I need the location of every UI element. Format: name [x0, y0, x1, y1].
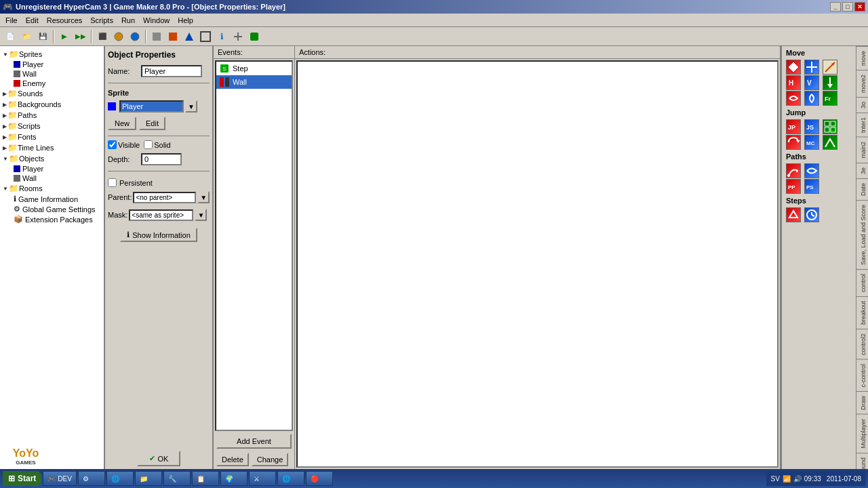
tree-scripts-folder[interactable]: ▶ 📁 Scripts [0, 121, 104, 131]
action-reverse-v[interactable] [804, 91, 819, 106]
action-jump-pos[interactable]: JP [786, 119, 801, 134]
tab-breakout[interactable]: breakout [856, 296, 868, 329]
tb-save[interactable]: 💾 [35, 29, 50, 44]
menu-edit[interactable]: Edit [22, 15, 43, 26]
action-move-contact[interactable]: MC [804, 135, 819, 150]
new-button[interactable]: New [108, 117, 136, 130]
tb-btn8[interactable] [231, 29, 245, 44]
action-friction[interactable]: Fr [823, 91, 837, 106]
close-button[interactable]: ✕ [854, 2, 865, 12]
tree-sprite-player[interactable]: Player [0, 60, 104, 69]
action-move-free[interactable] [804, 60, 819, 75]
edit-button[interactable]: Edit [139, 117, 165, 130]
taskbar-app8[interactable]: 🌐 [277, 471, 304, 486]
taskbar-app3[interactable]: 📁 [135, 471, 162, 486]
tab-draw[interactable]: Draw [856, 391, 868, 414]
action-step-simple[interactable] [786, 207, 801, 222]
ok-button[interactable]: ✔ OK [137, 451, 181, 466]
show-info-button[interactable]: ℹ Show Information [120, 228, 197, 242]
action-gravity[interactable] [823, 75, 837, 90]
tb-btn5[interactable] [182, 29, 197, 44]
tb-open[interactable]: 📁 [19, 29, 34, 44]
sprite-select[interactable]: Player [119, 100, 184, 113]
add-event-button[interactable]: Add Event [216, 434, 292, 449]
tab-control[interactable]: control [856, 269, 868, 296]
solid-check-label[interactable]: Solid [144, 140, 170, 149]
tree-rooms-folder[interactable]: ▼ 📁 Rooms [0, 183, 104, 194]
action-jump-start[interactable]: JS [804, 119, 819, 134]
tb-play2[interactable]: ▶▶ [73, 29, 88, 44]
tree-game-info[interactable]: ℹ Game Information [0, 194, 104, 204]
action-snap-grid[interactable] [823, 119, 837, 134]
tree-fonts-folder[interactable]: ▶ 📁 Fonts [0, 131, 104, 142]
tree-backgrounds-folder[interactable]: ▶ 📁 Backgrounds [0, 99, 104, 110]
solid-checkbox[interactable] [144, 140, 153, 149]
tab-save-load[interactable]: Save, Load and Score [856, 200, 868, 269]
action-path-pos[interactable]: PP [786, 179, 801, 194]
tree-sprite-enemy[interactable]: Enemy [0, 79, 104, 88]
minimize-button[interactable]: _ [830, 2, 841, 12]
menu-file[interactable]: File [1, 15, 22, 26]
persistent-checkbox[interactable] [108, 178, 117, 187]
visible-checkbox[interactable] [108, 140, 117, 149]
tree-paths-folder[interactable]: ▶ 📁 Paths [0, 110, 104, 121]
menu-resources[interactable]: Resources [43, 15, 87, 26]
tb-play[interactable]: ▶ [57, 29, 72, 44]
tb-btn9[interactable] [247, 29, 262, 44]
tab-move[interactable]: move [856, 46, 868, 70]
name-input[interactable] [141, 65, 202, 77]
sprite-browse-btn[interactable]: ▼ [185, 100, 197, 113]
tab-ccontrol[interactable]: c-control [856, 359, 868, 392]
action-set-path[interactable] [786, 163, 801, 178]
delete-event-button[interactable]: Delete [216, 453, 249, 466]
menu-run[interactable]: Run [117, 15, 139, 26]
tb-btn7[interactable]: ℹ [214, 29, 229, 44]
taskbar-app9[interactable]: 🔴 [306, 471, 333, 486]
maximize-button[interactable]: □ [842, 2, 853, 12]
tb-btn2[interactable] [127, 29, 142, 44]
tree-sounds-folder[interactable]: ▶ 📁 Sounds [0, 88, 104, 99]
menu-scripts[interactable]: Scripts [86, 15, 117, 26]
action-end-path[interactable] [804, 163, 819, 178]
visible-check-label[interactable]: Visible [108, 140, 140, 149]
mask-select[interactable]: <same as sprite> [129, 209, 193, 221]
action-move-fixed[interactable] [786, 60, 801, 75]
parent-browse-btn[interactable]: ▼ [197, 191, 210, 203]
action-reverse-h[interactable] [786, 91, 801, 106]
tab-move2[interactable]: move2 [856, 70, 868, 97]
tab-date[interactable]: Date [856, 178, 868, 200]
tb-btn1[interactable] [111, 29, 126, 44]
tree-timelines-folder[interactable]: ▶ 📁 Time Lines [0, 142, 104, 153]
menu-help[interactable]: Help [174, 15, 197, 26]
depth-input[interactable] [141, 153, 182, 165]
tree-object-player[interactable]: Player [0, 164, 104, 174]
start-button[interactable]: ⊞ Start [3, 471, 41, 486]
tb-btn6[interactable] [198, 29, 213, 44]
event-wall-collision[interactable]: Wall [216, 75, 292, 89]
tb-btn3[interactable] [149, 29, 164, 44]
taskbar-app5[interactable]: 📋 [192, 471, 219, 486]
tab-background[interactable]: Background [856, 453, 868, 469]
tab-main1[interactable]: 3o [856, 97, 868, 113]
tree-sprites-folder[interactable]: ▼ 📁 Sprites [0, 49, 104, 60]
taskbar-app2[interactable]: 🌐 [106, 471, 134, 486]
taskbar-app6[interactable]: 🌍 [220, 471, 248, 486]
action-step-smart[interactable] [804, 207, 819, 222]
event-step[interactable]: S Step [216, 62, 292, 75]
tree-extensions[interactable]: 📦 Extension Packages [0, 214, 104, 224]
action-move-towards[interactable] [823, 60, 837, 75]
action-path-speed[interactable]: PS [804, 179, 819, 194]
action-speed-v[interactable]: V [804, 75, 819, 90]
tree-sprite-wall[interactable]: Wall [0, 69, 104, 79]
taskbar-app1[interactable]: ⚙ [78, 471, 105, 486]
taskbar-gm-button[interactable]: 🎮 DEV [43, 471, 77, 486]
tab-inter1[interactable]: tnter1 [856, 113, 868, 137]
title-bar-buttons[interactable]: _ □ ✕ [830, 2, 865, 12]
menu-window[interactable]: Window [139, 15, 174, 26]
action-speed-h[interactable]: H [786, 75, 801, 90]
taskbar-app7[interactable]: ⚔ [249, 471, 276, 486]
tb-stop[interactable]: ⬛ [95, 29, 110, 44]
tree-objects-folder[interactable]: ▼ 📁 Objects [0, 153, 104, 164]
tree-object-wall[interactable]: Wall [0, 174, 104, 183]
tab-control2[interactable]: control2 [856, 329, 868, 359]
